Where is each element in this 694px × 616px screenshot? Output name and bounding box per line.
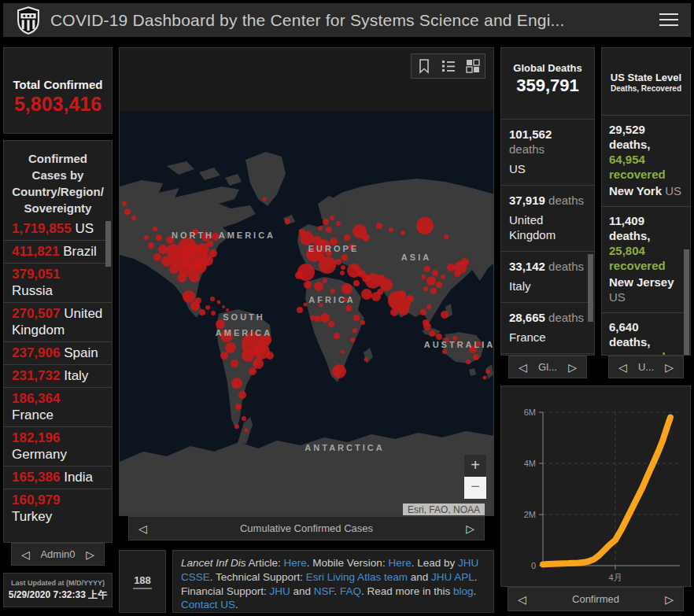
total-confirmed-value: 5,803,416 xyxy=(4,93,112,116)
map-attribution: Esri, FAO, NOAA xyxy=(403,503,485,516)
global-deaths-header: Global Deaths 359,791 xyxy=(501,48,594,119)
list-item[interactable]: 101,562 deaths US xyxy=(501,119,594,185)
map-toolbar xyxy=(411,53,485,79)
country-pagination: ◁ Admin0 ▷ xyxy=(11,543,105,566)
link[interactable]: Contact US xyxy=(181,599,235,610)
pagination-label: Gl... xyxy=(538,361,557,373)
chevron-left-icon[interactable]: ◁ xyxy=(518,594,526,605)
region-count-panel: 188 xyxy=(119,550,166,613)
zoom-out-button[interactable]: − xyxy=(464,477,486,499)
global-deaths-title: Global Deaths xyxy=(501,62,594,74)
link[interactable]: Esri Living Atlas team xyxy=(306,571,408,583)
map-layer-pagination: ◁ Cumulative Confirmed Cases ▷ xyxy=(128,516,485,540)
us-state-level-panel: US State Level Deaths, Recovered 29,529 … xyxy=(601,47,691,356)
list-item[interactable]: 28,665 deaths France xyxy=(501,302,594,353)
confirmed-by-country-title: Confirmed Cases by Country/Region/Sovere… xyxy=(4,141,112,218)
us-state-pagination: ◁ U... ▷ xyxy=(608,356,684,378)
list-item[interactable]: 11,409 deaths, 25,804 recovered New Jers… xyxy=(602,206,690,312)
pagination-label: Cumulative Confirmed Cases xyxy=(240,522,373,534)
list-item[interactable]: 29,529 deaths, 64,954 recovered New York… xyxy=(602,115,690,206)
last-updated-label: Last Updated at (M/D/YYYY) xyxy=(4,579,112,587)
global-deaths-value: 359,791 xyxy=(501,76,594,96)
chevron-right-icon[interactable]: ▷ xyxy=(665,362,674,373)
scrollbar-thumb[interactable] xyxy=(105,221,111,267)
confirmed-chart-panel: 02M4M6M4月 xyxy=(500,385,691,587)
us-state-list: 29,529 deaths, 64,954 recovered New York… xyxy=(602,115,690,356)
page-title: COVID-19 Dashboard by the Center for Sys… xyxy=(50,11,565,30)
chevron-right-icon[interactable]: ▷ xyxy=(665,594,674,605)
region-count-value: 188 xyxy=(133,574,152,589)
list-item[interactable]: 379,051 Russia xyxy=(4,263,112,302)
us-state-level-subtitle: Deaths, Recovered xyxy=(602,84,690,93)
us-state-level-title: US State Level xyxy=(602,72,690,83)
chevron-left-icon[interactable]: ◁ xyxy=(618,362,627,373)
link[interactable]: Here xyxy=(284,557,307,569)
link[interactable]: JHU APL xyxy=(431,571,474,583)
global-deaths-panel: Global Deaths 359,791 101,562 deaths US … xyxy=(500,47,595,356)
pagination-label: Admin0 xyxy=(40,548,75,560)
last-updated-value: 5/29/2020 7:32:33 上午 xyxy=(4,588,112,602)
map-panel: NORTH AMERICA EUROPE ASIA AFRICA SOUTH A… xyxy=(119,47,494,516)
total-confirmed-label: Total Confirmed xyxy=(4,78,112,91)
bookmark-icon[interactable] xyxy=(412,54,436,78)
us-state-level-header: US State Level Deaths, Recovered xyxy=(602,48,690,115)
link[interactable]: JHU xyxy=(270,585,290,597)
scrollbar-thumb[interactable] xyxy=(588,254,593,322)
list-item[interactable]: 186,364 France xyxy=(4,387,112,426)
cumulative-confirmed-chart: 02M4M6M4月 xyxy=(501,386,690,586)
scrollbar-thumb[interactable] xyxy=(684,249,689,355)
svg-text:6M: 6M xyxy=(524,408,536,417)
pagination-label: U... xyxy=(638,361,654,373)
credits-panel: Lancet Inf Dis Article: Here. Mobile Ver… xyxy=(172,550,494,613)
chevron-right-icon[interactable]: ▷ xyxy=(568,362,577,373)
link[interactable]: FAQ xyxy=(340,585,361,597)
credits-text: Lancet Inf Dis Article: Here. Mobile Ver… xyxy=(181,556,485,612)
svg-text:2M: 2M xyxy=(524,510,536,519)
covid-dashboard: COVID-19 Dashboard by the Center for Sys… xyxy=(0,0,694,616)
pagination-label: Confirmed xyxy=(572,593,619,605)
chart-pagination: ◁ Confirmed ▷ xyxy=(508,587,684,611)
svg-text:4M: 4M xyxy=(524,459,536,468)
world-map-graphic xyxy=(120,111,494,516)
last-updated-panel: Last Updated at (M/D/YYYY) 5/29/2020 7:3… xyxy=(3,573,113,607)
total-confirmed-panel: Total Confirmed 5,803,416 xyxy=(3,47,113,134)
list-item[interactable]: 237,906 Spain xyxy=(4,341,112,364)
country-list: 1,719,855 US 411,821 Brazil 379,051 Russ… xyxy=(4,218,112,528)
zoom-in-button[interactable]: + xyxy=(464,455,486,477)
chevron-left-icon[interactable]: ◁ xyxy=(21,549,30,560)
list-item[interactable]: 182,196 Germany xyxy=(4,426,112,466)
world-map[interactable]: NORTH AMERICA EUROPE ASIA AFRICA SOUTH A… xyxy=(120,111,494,516)
header-bar: COVID-19 Dashboard by the Center for Sys… xyxy=(3,3,691,37)
global-deaths-list: 101,562 deaths US 37,919 deaths United K… xyxy=(501,119,594,356)
list-item[interactable]: 1,719,855 US xyxy=(4,218,112,240)
legend-list-icon[interactable] xyxy=(436,54,460,78)
chevron-left-icon[interactable]: ◁ xyxy=(519,362,527,373)
basemap-icon[interactable] xyxy=(460,54,485,78)
svg-text:4月: 4月 xyxy=(608,573,622,582)
list-item[interactable]: 160,979 Turkey xyxy=(4,489,112,528)
global-deaths-pagination: ◁ Gl... ▷ xyxy=(508,356,587,378)
list-item[interactable]: 33,142 deaths Italy xyxy=(501,251,594,302)
list-item[interactable]: 37,919 deaths United Kingdom xyxy=(501,185,594,251)
chevron-right-icon[interactable]: ▷ xyxy=(466,523,474,534)
link[interactable]: blog xyxy=(453,585,474,597)
confirmed-by-country-panel: Confirmed Cases by Country/Region/Sovere… xyxy=(3,140,113,543)
menu-icon[interactable] xyxy=(659,13,678,28)
svg-text:0: 0 xyxy=(531,561,536,570)
list-item[interactable]: 231,732 Italy xyxy=(4,364,112,387)
list-item[interactable]: 6,640 deaths, recovered Massachusetts US xyxy=(602,312,690,356)
jhu-logo-icon xyxy=(16,6,41,35)
list-item[interactable]: 411,821 Brazil xyxy=(4,240,112,263)
chevron-right-icon[interactable]: ▷ xyxy=(86,549,94,560)
chevron-left-icon[interactable]: ◁ xyxy=(138,523,147,534)
list-item[interactable]: 165,386 India xyxy=(4,466,112,489)
list-item[interactable]: 270,507 United Kingdom xyxy=(4,302,112,341)
link[interactable]: NSF xyxy=(314,585,334,597)
link[interactable]: Here xyxy=(388,557,411,569)
